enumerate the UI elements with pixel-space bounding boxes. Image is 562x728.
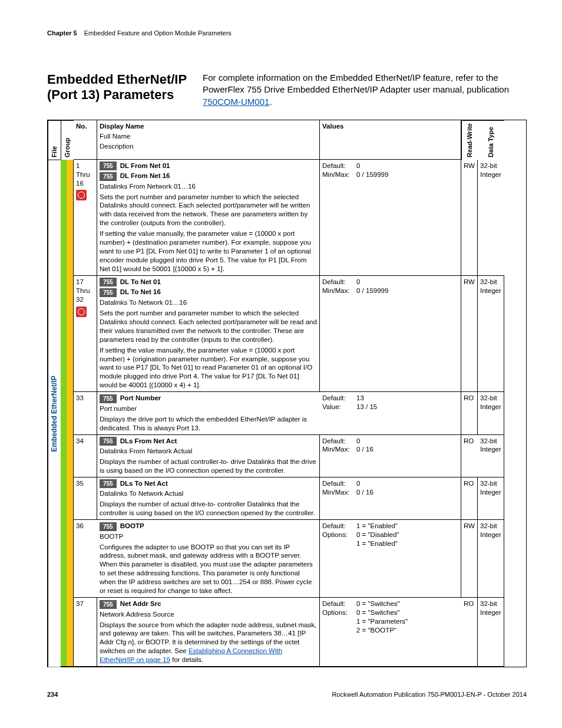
stop-icon [76, 307, 87, 317]
table-row-dt: 32-bitInteger [478, 598, 504, 667]
group-stripe [61, 160, 74, 667]
manual-link[interactable]: 750COM-UM001 [203, 97, 269, 107]
table-row-values: Default:0 Min/Max:0 / 159999 [320, 276, 461, 392]
publication-id: Rockwell Automation Publication 750-PM00… [332, 691, 527, 698]
col-rw: Read-Write [461, 120, 478, 160]
table-row-no: 34 [74, 435, 97, 477]
table-row-desc: 755DL From Net 01 755DL From Net 16 Data… [97, 160, 320, 276]
table-row-rw: RO [461, 392, 478, 434]
table-row-no: 36 [74, 520, 97, 598]
table-row-dt: 32-bitInteger [478, 520, 504, 598]
intro-paragraph: For complete information on the Embedded… [203, 72, 527, 108]
table-row-rw: RO [461, 435, 478, 477]
table-row-rw: RW [461, 160, 478, 276]
table-row-values: Default:1 = "Enabled" Options:0 = "Disab… [320, 520, 461, 598]
col-no: No. [74, 120, 97, 160]
page-footer: 234 Rockwell Automation Publication 750-… [47, 691, 527, 698]
table-row-dt: 32-bitInteger [478, 435, 504, 477]
table-row-dt: 32-bitInteger [478, 276, 504, 392]
file-label: Embedded EtherNet/IP [48, 160, 61, 667]
table-row-rw: RO [461, 598, 478, 667]
table-row-desc: 755DLs From Net Act Datalinks From Netwo… [97, 435, 320, 477]
table-row-desc: 755BOOTP BOOTP Configures the adapter to… [97, 520, 320, 598]
col-file: File [48, 120, 61, 160]
section-title: Embedded EtherNet/IP (Port 13) Parameter… [47, 72, 189, 108]
table-row-dt: 32-bitInteger [478, 477, 504, 520]
table-row-dt: 32-bitInteger [478, 160, 504, 276]
col-dt: Data Type [478, 120, 504, 160]
table-row-values: Default:0 = "Switches" Options:0 = "Swit… [320, 598, 461, 667]
table-row-rw: RO [461, 477, 478, 520]
table-row-desc: 755Net Addr Src Network Address Source D… [97, 598, 320, 667]
table-row-values: Default:0 Min/Max:0 / 159999 [320, 160, 461, 276]
running-header: Chapter 5Embedded Feature and Option Mod… [47, 29, 527, 37]
stop-icon [76, 190, 87, 200]
col-values: Values [320, 120, 461, 160]
table-row-no: 17 Thru 32 [74, 276, 97, 392]
table-row-no: 35 [74, 477, 97, 520]
col-group: Group [61, 120, 74, 160]
table-row-desc: 755Port Number Port number Displays the … [97, 392, 320, 434]
page-number: 234 [47, 691, 58, 698]
parameter-table: File Group No. Display Name Full Name De… [47, 120, 527, 667]
table-row-rw: RW [461, 276, 478, 392]
table-row-values: Default:13 Value:13 / 15 [320, 392, 461, 434]
table-row-values: Default:0 Min/Max:0 / 16 [320, 435, 461, 477]
table-row-dt: 32-bitInteger [478, 392, 504, 434]
table-row-no: 33 [74, 392, 97, 434]
table-row-rw: RW [461, 520, 478, 598]
table-row-no: 37 [74, 598, 97, 667]
table-row-no: 1 Thru 16 [74, 160, 97, 276]
table-row-values: Default:0 Min/Max:0 / 16 [320, 477, 461, 520]
col-display: Display Name Full Name Description [97, 120, 320, 160]
table-row-desc: 755DLs To Net Act Datalinks To Network A… [97, 477, 320, 520]
table-row-desc: 755DL To Net 01 755DL To Net 16 Datalink… [97, 276, 320, 392]
